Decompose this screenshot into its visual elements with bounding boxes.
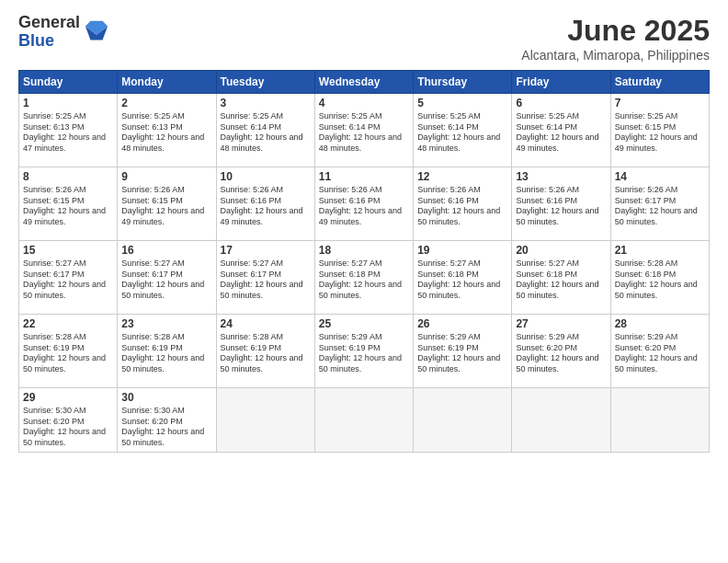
header: General Blue June 2025 Alcantara, Mimaro… — [18, 14, 710, 63]
table-row: 7 Sunrise: 5:25 AM Sunset: 6:15 PM Dayli… — [610, 94, 709, 167]
table-row: 3 Sunrise: 5:25 AM Sunset: 6:14 PM Dayli… — [216, 94, 314, 167]
table-row: 21 Sunrise: 5:28 AM Sunset: 6:18 PM Dayl… — [610, 241, 709, 315]
day-number: 12 — [417, 170, 507, 183]
table-row: 1 Sunrise: 5:25 AM Sunset: 6:13 PM Dayli… — [19, 94, 118, 167]
day-number: 22 — [23, 317, 113, 330]
day-info: Sunrise: 5:25 AM Sunset: 6:14 PM Dayligh… — [221, 111, 311, 155]
day-info: Sunrise: 5:25 AM Sunset: 6:14 PM Dayligh… — [417, 111, 507, 155]
logo-general: General — [18, 14, 80, 32]
table-row: 11 Sunrise: 5:26 AM Sunset: 6:16 PM Dayl… — [314, 167, 413, 241]
day-info: Sunrise: 5:29 AM Sunset: 6:20 PM Dayligh… — [516, 332, 606, 375]
day-info: Sunrise: 5:25 AM Sunset: 6:15 PM Dayligh… — [615, 111, 705, 155]
table-row: 9 Sunrise: 5:26 AM Sunset: 6:15 PM Dayli… — [118, 167, 216, 241]
day-info: Sunrise: 5:28 AM Sunset: 6:19 PM Dayligh… — [121, 332, 211, 375]
day-number: 4 — [319, 97, 409, 109]
day-info: Sunrise: 5:27 AM Sunset: 6:18 PM Dayligh… — [417, 259, 507, 302]
table-row: 8 Sunrise: 5:26 AM Sunset: 6:15 PM Dayli… — [19, 167, 118, 241]
day-info: Sunrise: 5:26 AM Sunset: 6:16 PM Dayligh… — [319, 185, 409, 228]
table-row — [512, 388, 610, 453]
table-row: 25 Sunrise: 5:29 AM Sunset: 6:19 PM Dayl… — [314, 315, 413, 388]
calendar-week-row: 29 Sunrise: 5:30 AM Sunset: 6:20 PM Dayl… — [19, 388, 710, 453]
table-row: 2 Sunrise: 5:25 AM Sunset: 6:13 PM Dayli… — [118, 94, 216, 167]
day-info: Sunrise: 5:26 AM Sunset: 6:16 PM Dayligh… — [417, 185, 507, 228]
calendar-week-row: 15 Sunrise: 5:27 AM Sunset: 6:17 PM Dayl… — [19, 241, 710, 315]
day-number: 8 — [23, 170, 113, 183]
table-row: 15 Sunrise: 5:27 AM Sunset: 6:17 PM Dayl… — [19, 241, 118, 315]
table-row: 22 Sunrise: 5:28 AM Sunset: 6:19 PM Dayl… — [19, 315, 118, 388]
calendar-header-row: Sunday Monday Tuesday Wednesday Thursday… — [19, 71, 710, 94]
table-row: 23 Sunrise: 5:28 AM Sunset: 6:19 PM Dayl… — [118, 315, 216, 388]
title-section: June 2025 Alcantara, Mimaropa, Philippin… — [521, 14, 710, 63]
table-row: 26 Sunrise: 5:29 AM Sunset: 6:19 PM Dayl… — [414, 315, 512, 388]
day-info: Sunrise: 5:25 AM Sunset: 6:13 PM Dayligh… — [23, 111, 113, 155]
day-number: 14 — [615, 170, 705, 183]
day-number: 26 — [417, 317, 507, 330]
header-thursday: Thursday — [414, 71, 512, 94]
day-number: 3 — [221, 97, 311, 109]
day-number: 25 — [319, 317, 409, 330]
day-number: 23 — [121, 317, 211, 330]
day-number: 5 — [417, 97, 507, 109]
day-info: Sunrise: 5:29 AM Sunset: 6:20 PM Dayligh… — [615, 332, 705, 375]
day-number: 27 — [516, 317, 606, 330]
calendar-week-row: 1 Sunrise: 5:25 AM Sunset: 6:13 PM Dayli… — [19, 94, 710, 167]
day-info: Sunrise: 5:25 AM Sunset: 6:14 PM Dayligh… — [516, 111, 606, 155]
table-row: 5 Sunrise: 5:25 AM Sunset: 6:14 PM Dayli… — [414, 94, 512, 167]
table-row: 19 Sunrise: 5:27 AM Sunset: 6:18 PM Dayl… — [414, 241, 512, 315]
header-wednesday: Wednesday — [314, 71, 413, 94]
day-info: Sunrise: 5:26 AM Sunset: 6:16 PM Dayligh… — [516, 185, 606, 228]
day-number: 2 — [121, 97, 211, 109]
table-row: 27 Sunrise: 5:29 AM Sunset: 6:20 PM Dayl… — [512, 315, 610, 388]
day-number: 15 — [23, 244, 113, 257]
day-number: 17 — [221, 244, 311, 257]
table-row: 12 Sunrise: 5:26 AM Sunset: 6:16 PM Dayl… — [414, 167, 512, 241]
day-info: Sunrise: 5:26 AM Sunset: 6:15 PM Dayligh… — [121, 185, 211, 228]
day-number: 10 — [221, 170, 311, 183]
table-row: 20 Sunrise: 5:27 AM Sunset: 6:18 PM Dayl… — [512, 241, 610, 315]
day-number: 24 — [221, 317, 311, 330]
day-info: Sunrise: 5:28 AM Sunset: 6:18 PM Dayligh… — [615, 259, 705, 302]
table-row: 28 Sunrise: 5:29 AM Sunset: 6:20 PM Dayl… — [610, 315, 709, 388]
day-info: Sunrise: 5:28 AM Sunset: 6:19 PM Dayligh… — [23, 332, 113, 375]
page: General Blue June 2025 Alcantara, Mimaro… — [0, 0, 728, 563]
table-row: 30 Sunrise: 5:30 AM Sunset: 6:20 PM Dayl… — [118, 388, 216, 453]
logo-icon — [84, 19, 109, 45]
day-info: Sunrise: 5:29 AM Sunset: 6:19 PM Dayligh… — [319, 332, 409, 375]
day-info: Sunrise: 5:30 AM Sunset: 6:20 PM Dayligh… — [121, 406, 211, 449]
day-info: Sunrise: 5:25 AM Sunset: 6:13 PM Dayligh… — [121, 111, 211, 155]
day-info: Sunrise: 5:26 AM Sunset: 6:15 PM Dayligh… — [23, 185, 113, 228]
logo-blue: Blue — [18, 32, 80, 51]
day-number: 13 — [516, 170, 606, 183]
day-number: 9 — [121, 170, 211, 183]
day-info: Sunrise: 5:25 AM Sunset: 6:14 PM Dayligh… — [319, 111, 409, 155]
day-number: 19 — [417, 244, 507, 257]
table-row: 18 Sunrise: 5:27 AM Sunset: 6:18 PM Dayl… — [314, 241, 413, 315]
day-info: Sunrise: 5:29 AM Sunset: 6:19 PM Dayligh… — [417, 332, 507, 375]
day-info: Sunrise: 5:28 AM Sunset: 6:19 PM Dayligh… — [221, 332, 311, 375]
day-info: Sunrise: 5:26 AM Sunset: 6:16 PM Dayligh… — [221, 185, 311, 228]
table-row: 29 Sunrise: 5:30 AM Sunset: 6:20 PM Dayl… — [19, 388, 118, 453]
table-row: 14 Sunrise: 5:26 AM Sunset: 6:17 PM Dayl… — [610, 167, 709, 241]
header-tuesday: Tuesday — [216, 71, 314, 94]
table-row: 24 Sunrise: 5:28 AM Sunset: 6:19 PM Dayl… — [216, 315, 314, 388]
day-info: Sunrise: 5:27 AM Sunset: 6:18 PM Dayligh… — [319, 259, 409, 302]
header-saturday: Saturday — [610, 71, 709, 94]
day-number: 16 — [121, 244, 211, 257]
table-row — [314, 388, 413, 453]
day-number: 18 — [319, 244, 409, 257]
table-row — [414, 388, 512, 453]
month-title: June 2025 — [521, 14, 710, 48]
day-info: Sunrise: 5:26 AM Sunset: 6:17 PM Dayligh… — [615, 185, 705, 228]
header-sunday: Sunday — [19, 71, 118, 94]
calendar-table: Sunday Monday Tuesday Wednesday Thursday… — [18, 70, 710, 453]
calendar-week-row: 22 Sunrise: 5:28 AM Sunset: 6:19 PM Dayl… — [19, 315, 710, 388]
header-monday: Monday — [118, 71, 216, 94]
day-number: 30 — [121, 391, 211, 404]
day-info: Sunrise: 5:27 AM Sunset: 6:17 PM Dayligh… — [221, 259, 311, 302]
day-number: 1 — [23, 97, 113, 109]
table-row: 16 Sunrise: 5:27 AM Sunset: 6:17 PM Dayl… — [118, 241, 216, 315]
day-number: 28 — [615, 317, 705, 330]
table-row: 17 Sunrise: 5:27 AM Sunset: 6:17 PM Dayl… — [216, 241, 314, 315]
day-number: 7 — [615, 97, 705, 109]
day-info: Sunrise: 5:27 AM Sunset: 6:18 PM Dayligh… — [516, 259, 606, 302]
